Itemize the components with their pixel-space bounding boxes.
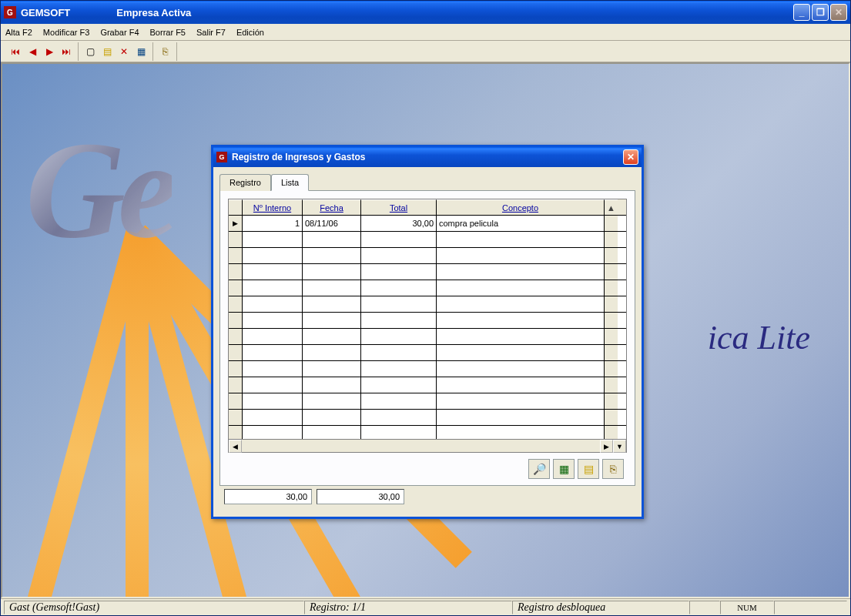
grid-icon: ▦: [137, 46, 146, 57]
status-module: Gast (Gemsoft!Gast): [4, 601, 304, 614]
new-record-button[interactable]: ▤: [578, 459, 599, 479]
exit-icon: ⎘: [162, 46, 168, 57]
close-button[interactable]: ✕: [830, 4, 847, 21]
delete-icon: ✕: [120, 46, 128, 57]
cell-numero[interactable]: 1: [243, 216, 303, 231]
close-icon: ✕: [627, 152, 635, 162]
delete-button[interactable]: ✕: [116, 43, 132, 60]
total-field-2: 30,00: [317, 489, 404, 504]
cell-fecha[interactable]: 08/11/06: [303, 216, 361, 231]
header-total[interactable]: Total: [361, 199, 437, 215]
prev-button[interactable]: ◀: [24, 43, 41, 60]
main-window: G GEMSOFT Empresa Activa _ ❐ ✕ Alta F2 M…: [0, 0, 851, 616]
first-button[interactable]: ⏮: [7, 43, 24, 60]
menu-alta[interactable]: Alta F2: [5, 28, 32, 37]
grid-button[interactable]: ▦: [132, 43, 149, 60]
window-controls: _ ❐ ✕: [793, 4, 847, 21]
menu-borrar[interactable]: Borrar F5: [150, 28, 186, 37]
header-selector[interactable]: [229, 199, 243, 215]
table-row[interactable]: [229, 426, 626, 439]
status-spacer: [774, 601, 847, 614]
table-row[interactable]: [229, 345, 626, 361]
next-icon: ▶: [46, 46, 53, 57]
header-concepto[interactable]: Concepto: [437, 199, 605, 215]
menubar: Alta F2 Modificar F3 Grabar F4 Borrar F5…: [1, 24, 850, 41]
row-indicator-icon: ▶: [229, 216, 243, 231]
vscroll-track[interactable]: [605, 216, 618, 231]
dialog-toolbar: 🔎 ▦ ▤ ⎘: [228, 453, 627, 482]
table-row[interactable]: [229, 280, 626, 296]
exit-icon: ⎘: [610, 463, 616, 475]
exit-group: ⎘: [153, 42, 177, 61]
header-numero[interactable]: Nº Interno: [243, 199, 303, 215]
prev-icon: ◀: [29, 46, 36, 57]
table-row[interactable]: [229, 296, 626, 313]
menu-modificar[interactable]: Modificar F3: [43, 28, 90, 37]
total-field-1: 30,00: [224, 489, 312, 504]
dialog-body: Registro Lista Nº Interno Fecha Total Co…: [213, 167, 642, 517]
table-row[interactable]: [229, 393, 626, 410]
grid-hscrollbar[interactable]: ◀ ▶ ▼: [229, 439, 626, 452]
grid-header: Nº Interno Fecha Total Concepto ▲: [229, 199, 626, 216]
data-grid[interactable]: Nº Interno Fecha Total Concepto ▲ ▶ 1 08…: [228, 199, 627, 453]
table-row[interactable]: [229, 232, 626, 248]
company-name: Empresa Activa: [116, 7, 191, 18]
next-button[interactable]: ▶: [41, 43, 58, 60]
menu-edicion[interactable]: Edición: [236, 28, 264, 37]
hscroll-track[interactable]: [242, 440, 600, 452]
content-area: Ge ica Lite G Registro de Ingresos y Gas…: [1, 62, 850, 598]
table-row[interactable]: [229, 410, 626, 426]
table-row[interactable]: [229, 377, 626, 393]
grid-icon: ▦: [559, 463, 569, 475]
grid-view-button[interactable]: ▦: [553, 459, 575, 479]
dialog-registro: G Registro de Ingresos y Gastos ✕ Regist…: [211, 145, 644, 519]
scroll-right-button[interactable]: ▶: [600, 440, 613, 453]
last-button[interactable]: ⏭: [58, 43, 75, 60]
statusbar: Gast (Gemsoft!Gast) Registro: 1/1 Regist…: [1, 598, 850, 615]
exit-dialog-button[interactable]: ⎘: [602, 459, 624, 479]
status-empty: [689, 601, 720, 614]
status-lock: Registro desbloquea: [512, 601, 689, 614]
tabstrip: Registro Lista: [219, 173, 635, 191]
search-button[interactable]: 🔎: [528, 459, 550, 479]
status-numlock: NUM: [720, 601, 774, 614]
open-button[interactable]: ▤: [99, 43, 116, 60]
first-icon: ⏮: [11, 46, 20, 57]
edit-group: ▢ ▤ ✕ ▦: [79, 42, 153, 61]
menu-grabar[interactable]: Grabar F4: [100, 28, 139, 37]
table-row[interactable]: [229, 329, 626, 345]
grid-rows: ▶ 1 08/11/06 30,00 compra pelicula: [229, 216, 626, 439]
dialog-close-button[interactable]: ✕: [623, 149, 638, 165]
table-row[interactable]: [229, 361, 626, 377]
toolbar: ⏮ ◀ ▶ ⏭ ▢ ▤ ✕ ▦ ⎘: [1, 41, 850, 62]
table-row[interactable]: [229, 264, 626, 280]
new-doc-icon: ▤: [584, 463, 594, 475]
exit-button[interactable]: ⎘: [156, 43, 173, 60]
cell-total[interactable]: 30,00: [361, 216, 437, 231]
table-row[interactable]: [229, 313, 626, 329]
table-row[interactable]: ▶ 1 08/11/06 30,00 compra pelicula: [229, 216, 626, 232]
status-record: Registro: 1/1: [304, 601, 512, 614]
scroll-up-button[interactable]: ▲: [605, 199, 618, 215]
minimize-button[interactable]: _: [793, 4, 810, 21]
dialog-icon: G: [216, 152, 227, 162]
new-doc-icon: ▢: [86, 46, 95, 57]
background-logo: Ge: [25, 110, 172, 270]
dialog-title: Registro de Ingresos y Gastos: [232, 152, 365, 162]
dialog-titlebar[interactable]: G Registro de Ingresos y Gastos ✕: [213, 147, 642, 167]
open-doc-icon: ▤: [103, 46, 112, 57]
header-fecha[interactable]: Fecha: [303, 199, 361, 215]
maximize-button[interactable]: ❐: [812, 4, 829, 21]
tab-registro[interactable]: Registro: [219, 174, 271, 191]
background-tagline: ica Lite: [708, 318, 810, 357]
menu-salir[interactable]: Salir F7: [196, 28, 226, 37]
scroll-down-button[interactable]: ▼: [613, 440, 626, 453]
table-row[interactable]: [229, 248, 626, 264]
new-button[interactable]: ▢: [82, 43, 99, 60]
tab-lista[interactable]: Lista: [271, 174, 309, 191]
scroll-left-button[interactable]: ◀: [229, 440, 242, 453]
main-titlebar: G GEMSOFT Empresa Activa _ ❐ ✕: [1, 1, 850, 24]
binoculars-icon: 🔎: [533, 463, 546, 475]
last-icon: ⏭: [62, 46, 71, 57]
cell-concepto[interactable]: compra pelicula: [437, 216, 605, 231]
